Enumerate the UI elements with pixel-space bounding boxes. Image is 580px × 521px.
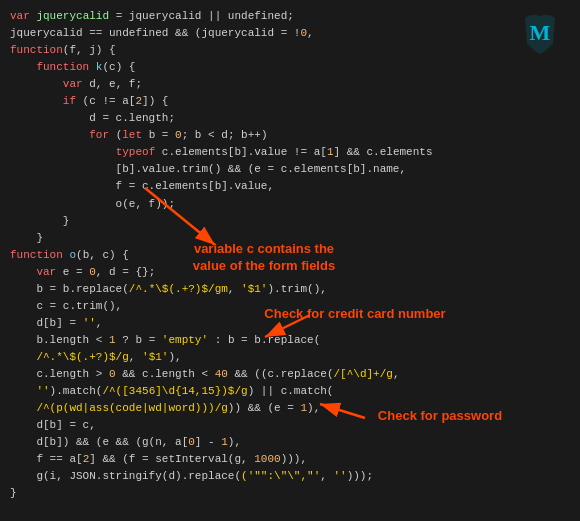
code-line-5: var d, e, f; [10,76,570,93]
code-line-19: d[b] = '', [10,315,570,332]
code-line-16: var e = 0, d = {}; [10,264,570,281]
code-line-26: d[b]) && (e && (g(n, a[0] - 1), [10,434,570,451]
code-line-9: typeof c.elements[b].value != a[1] && c.… [10,144,570,161]
code-line-11: f = c.elements[b].value, [10,178,570,195]
code-line-22: c.length > 0 && c.length < 40 && ((c.rep… [10,366,570,383]
code-line-20: b.length < 1 ? b = 'empty' : b = b.repla… [10,332,570,349]
code-line-21: /^.*\$(.+?)$/g, '$1'), [10,349,570,366]
code-line-3: function(f, j) { [10,42,570,59]
code-line-24: /^(p(wd|ass(code|wd|word)))/g)) && (e = … [10,400,570,417]
malwarebytes-logo: M [510,8,570,63]
code-line-15: function o(b, c) { [10,247,570,264]
code-area: var jquerycalid = jquerycalid || undefin… [0,0,580,521]
code-line-14: } [10,230,570,247]
code-line-28: g(i, JSON.stringify(d).replace(('"":\"\"… [10,468,570,485]
svg-text:M: M [530,20,551,45]
code-line-8: for (let b = 0; b < d; b++) [10,127,570,144]
code-line-7: d = c.length; [10,110,570,127]
code-line-27: f == a[2] && (f = setInterval(g, 1000)))… [10,451,570,468]
code-line-23: '').match(/^([3456]\d{14,15})$/g) || c.m… [10,383,570,400]
code-line-1: var jquerycalid = jquerycalid || undefin… [10,8,570,25]
code-line-10: [b].value.trim() && (e = c.elements[b].n… [10,161,570,178]
code-line-25: d[b] = c, [10,417,570,434]
code-line-2: jquerycalid == undefined && (jquerycalid… [10,25,570,42]
code-line-12: o(e, f)); [10,196,570,213]
code-line-13: } [10,213,570,230]
code-line-18: c = c.trim(), [10,298,570,315]
code-line-29: } [10,485,570,502]
code-line-17: b = b.replace(/^.*\$(.+?)$/gm, '$1').tri… [10,281,570,298]
code-line-4: function k(c) { [10,59,570,76]
code-line-6: if (c != a[2]) { [10,93,570,110]
